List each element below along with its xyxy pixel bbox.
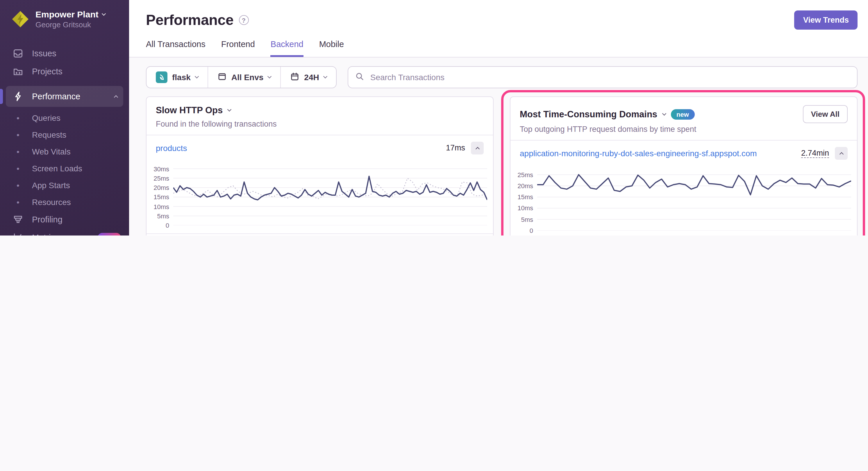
performance-icon xyxy=(13,91,23,102)
org-switcher[interactable]: Empower Plant George Gritsouk xyxy=(0,0,129,35)
time-spent-value[interactable]: 2.74min xyxy=(801,148,829,158)
sidebar-item-web-vitals[interactable]: •Web Vitals xyxy=(0,143,129,160)
profiling-icon xyxy=(13,214,23,225)
domains-chart: 25ms20ms15ms10ms5ms0 xyxy=(510,166,857,236)
view-trends-button[interactable]: View Trends xyxy=(795,10,858,30)
org-user: George Gritsouk xyxy=(35,20,105,29)
date-range-filter[interactable]: 24H xyxy=(280,67,336,88)
sidebar-item-queries[interactable]: •Queries xyxy=(0,109,129,126)
sidebar: Empower Plant George Gritsouk Issues Pro… xyxy=(0,0,129,236)
sidebar-item-projects[interactable]: Projects xyxy=(0,62,129,80)
bullet-icon: • xyxy=(13,113,23,122)
chevron-down-icon xyxy=(102,11,106,15)
org-logo xyxy=(12,10,29,28)
chevron-down-icon xyxy=(268,74,272,78)
sidebar-item-label: Metrics xyxy=(32,233,59,236)
view-all-button[interactable]: View All xyxy=(803,105,848,123)
widget-subtitle: Found in the following transactions xyxy=(156,120,484,128)
chevron-down-icon xyxy=(662,111,666,115)
new-badge: new xyxy=(671,109,695,119)
filter-bar: flask All Envs 24H xyxy=(146,66,337,88)
sidebar-item-label: Requests xyxy=(32,130,66,139)
org-name: Empower Plant xyxy=(35,9,98,19)
collapse-row-button[interactable] xyxy=(835,147,848,160)
most-time-consuming-domains-widget: Most Time-Consuming Domains new View All… xyxy=(510,96,858,236)
tab-mobile[interactable]: Mobile xyxy=(319,39,344,57)
projects-icon xyxy=(13,66,23,76)
environment-icon xyxy=(217,72,227,83)
duration-value: 17ms xyxy=(446,143,465,152)
sidebar-item-label: Screen Loads xyxy=(32,164,82,173)
project-filter[interactable]: flask xyxy=(147,67,208,88)
sidebar-item-label: Projects xyxy=(32,67,62,76)
beta-badge: beta xyxy=(98,233,121,236)
bullet-icon: • xyxy=(13,180,23,190)
sidebar-item-label: Profiling xyxy=(32,214,62,224)
issues-icon xyxy=(13,48,23,58)
widget-subtitle: Top outgoing HTTP request domains by tim… xyxy=(520,125,848,134)
domain-link[interactable]: application-monitoring-ruby-dot-sales-en… xyxy=(520,148,757,158)
environment-filter[interactable]: All Envs xyxy=(208,67,280,88)
bullet-icon: • xyxy=(13,130,23,139)
tab-frontend[interactable]: Frontend xyxy=(221,39,255,57)
page-header: Performance ? View Trends All Transactio… xyxy=(129,0,868,58)
sidebar-item-requests[interactable]: •Requests xyxy=(0,126,129,143)
tab-backend[interactable]: Backend xyxy=(271,39,304,57)
widget-title: Slow HTTP Ops xyxy=(156,105,223,115)
sidebar-item-metrics[interactable]: Metrics beta xyxy=(0,228,129,236)
search-icon xyxy=(355,72,364,83)
app-root: Empower Plant George Gritsouk Issues Pro… xyxy=(0,0,868,236)
bullet-icon: • xyxy=(13,147,23,156)
metrics-icon xyxy=(13,232,23,236)
bullet-icon: • xyxy=(13,197,23,206)
transaction-link-products[interactable]: products xyxy=(156,143,187,153)
sidebar-item-label: App Starts xyxy=(32,180,70,190)
date-range-label: 24H xyxy=(304,73,319,82)
environment-filter-label: All Envs xyxy=(231,73,264,82)
bullet-icon: • xyxy=(13,164,23,173)
domains-title-dropdown[interactable]: Most Time-Consuming Domains xyxy=(520,109,665,119)
sidebar-item-label: Queries xyxy=(32,113,60,122)
sidebar-nav: Issues Projects Performance •Queries •Re… xyxy=(0,44,129,236)
chevron-down-icon xyxy=(227,107,231,111)
sidebar-item-app-starts[interactable]: •App Starts xyxy=(0,176,129,193)
search-input[interactable] xyxy=(369,72,850,82)
sidebar-item-issues[interactable]: Issues xyxy=(0,44,129,62)
sidebar-item-resources[interactable]: •Resources xyxy=(0,193,129,210)
tab-all-transactions[interactable]: All Transactions xyxy=(146,39,206,57)
sidebar-item-label: Performance xyxy=(32,92,80,101)
project-filter-label: flask xyxy=(172,73,191,82)
collapse-row-button[interactable] xyxy=(471,141,484,154)
slow-http-ops-widget: Slow HTTP Ops Found in the following tra… xyxy=(146,96,494,236)
page-content: flask All Envs 24H xyxy=(129,58,868,236)
sidebar-item-profiling[interactable]: Profiling xyxy=(0,210,129,228)
sidebar-item-label: Resources xyxy=(32,197,71,206)
calendar-icon xyxy=(290,72,300,83)
widget-title: Most Time-Consuming Domains xyxy=(520,109,657,119)
sidebar-item-performance[interactable]: Performance xyxy=(6,86,123,107)
sidebar-item-screen-loads[interactable]: •Screen Loads xyxy=(0,160,129,176)
chevron-down-icon xyxy=(323,74,327,78)
sidebar-item-label: Issues xyxy=(32,48,56,58)
flask-project-icon xyxy=(156,71,167,83)
slow-http-ops-title-dropdown[interactable]: Slow HTTP Ops xyxy=(156,105,484,115)
search-transactions[interactable] xyxy=(348,66,858,88)
performance-tabs: All Transactions Frontend Backend Mobile xyxy=(146,39,858,57)
sidebar-item-label: Web Vitals xyxy=(32,147,71,156)
chevron-up-icon xyxy=(114,95,118,99)
active-indicator xyxy=(0,89,3,104)
slow-http-ops-chart: 30ms25ms20ms15ms10ms5ms0 xyxy=(147,160,493,233)
page-help-icon[interactable]: ? xyxy=(239,15,249,25)
page-title: Performance xyxy=(146,12,234,29)
chevron-down-icon xyxy=(195,74,199,78)
